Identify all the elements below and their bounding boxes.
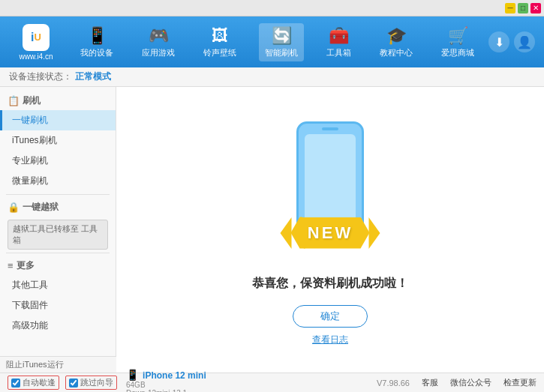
nav-smart-flash-label: 智能刷机 <box>265 47 298 58</box>
sidebar-item-reduce[interactable]: 微量刷机 <box>0 171 116 191</box>
phone-speaker <box>322 127 338 130</box>
tutorial-icon: 🎓 <box>386 26 407 46</box>
bottom-bar: 自动歇逢 跳过向导 📱 iPhone 12 mini 64GB Down-12m… <box>0 373 544 392</box>
nav-tutorial-label: 教程中心 <box>380 47 413 58</box>
mall-icon: 🛒 <box>448 26 468 46</box>
customer-service-link[interactable]: 客服 <box>422 377 438 388</box>
status-value: 正常模式 <box>75 70 111 83</box>
jailbreak-notice-text: 越狱工具已转移至 工具箱 <box>13 223 103 246</box>
pro-label: 专业刷机 <box>12 155 48 166</box>
nav-tutorial[interactable]: 🎓 教程中心 <box>374 23 419 61</box>
lock-icon: 🔒 <box>8 202 20 213</box>
sidebar-item-download-fw[interactable]: 下载固件 <box>0 295 116 316</box>
content-area: NEW ✦ ✦ ✦ 恭喜您，保资料刷机成功啦！ 确定 查看日志 <box>116 87 544 373</box>
section-jailbreak: 🔒 一键越狱 <box>0 198 116 217</box>
header: iU www.i4.cn 📱 我的设备 🎮 应用游戏 🖼 铃声壁纸 🔄 智能刷机… <box>0 16 544 67</box>
divider-2 <box>6 253 110 253</box>
divider-1 <box>6 194 110 195</box>
nav-wallpaper-label: 铃声壁纸 <box>203 47 236 58</box>
flash-section-icon: 📋 <box>8 95 20 106</box>
status-bar: 设备连接状态： 正常模式 <box>0 67 544 87</box>
logo-area[interactable]: iU www.i4.cn <box>6 24 66 61</box>
section-flash: 📋 刷机 <box>0 91 116 110</box>
wallpaper-icon: 🖼 <box>212 26 228 46</box>
nav-apps-games[interactable]: 🎮 应用游戏 <box>136 23 181 61</box>
title-bar: ─ □ ✕ <box>0 0 544 16</box>
auto-close-label: 自动歇逢 <box>23 377 56 388</box>
nav-smart-flash[interactable]: 🔄 智能刷机 <box>259 23 304 61</box>
nav-toolbox-label: 工具箱 <box>326 47 351 58</box>
minimize-button[interactable]: ─ <box>505 3 515 13</box>
section-more-label: 更多 <box>17 259 35 272</box>
maximize-button[interactable]: □ <box>518 3 528 13</box>
apps-icon: 🎮 <box>149 26 169 46</box>
sidebar-item-advanced[interactable]: 高级功能 <box>0 316 116 336</box>
device-phone-icon: 📱 <box>126 369 139 381</box>
confirm-button[interactable]: 确定 <box>293 305 368 328</box>
device-name: iPhone 12 mini <box>143 370 206 381</box>
auto-close-checkbox[interactable]: 自动歇逢 <box>8 376 59 390</box>
section-flash-label: 刷机 <box>23 94 41 107</box>
one-key-label: 一键刷机 <box>12 115 48 125</box>
nav-my-device[interactable]: 📱 我的设备 <box>74 23 119 61</box>
itunes-bar: 阻止iTunes运行 <box>0 356 116 373</box>
bottom-right: V7.98.66 客服 微信公众号 检查更新 <box>377 377 536 388</box>
new-badge-text: NEW <box>308 223 353 243</box>
nav-my-device-label: 我的设备 <box>80 47 113 58</box>
advanced-label: 高级功能 <box>12 320 48 331</box>
jailbreak-notice-box: 越狱工具已转移至 工具箱 <box>8 220 108 250</box>
nav-mall-label: 爱思商城 <box>441 47 474 58</box>
other-tools-label: 其他工具 <box>12 280 48 290</box>
version-text: V7.98.66 <box>377 379 410 388</box>
phone-icon: 📱 <box>87 26 107 46</box>
download-button[interactable]: ⬇ <box>488 31 509 52</box>
logo-url: www.i4.cn <box>19 52 53 61</box>
main-layout: 📋 刷机 一键刷机 iTunes刷机 专业刷机 微量刷机 🔒 一键越狱 越狱工具… <box>0 87 544 373</box>
close-button[interactable]: ✕ <box>530 3 541 13</box>
wechat-link[interactable]: 微信公众号 <box>450 377 491 388</box>
daily-link[interactable]: 查看日志 <box>312 334 348 346</box>
success-illustration: NEW ✦ ✦ ✦ <box>263 114 398 264</box>
header-right: ⬇ 👤 <box>488 31 535 52</box>
device-sub-info: 64GB <box>126 381 206 389</box>
logo-icon: iU <box>23 24 50 51</box>
sidebar-item-itunes[interactable]: iTunes刷机 <box>0 130 116 151</box>
nav-items: 📱 我的设备 🎮 应用游戏 🖼 铃声壁纸 🔄 智能刷机 🧰 工具箱 🎓 教程中心… <box>66 23 488 61</box>
toolbox-icon: 🧰 <box>329 26 349 46</box>
nav-apps-games-label: 应用游戏 <box>142 47 175 58</box>
reduce-label: 微量刷机 <box>12 175 48 186</box>
itunes-label: iTunes刷机 <box>12 135 57 145</box>
sidebar-item-one-key[interactable]: 一键刷机 <box>0 110 116 130</box>
itunes-status-label: 阻止iTunes运行 <box>6 359 64 370</box>
confirm-button-label: 确定 <box>320 310 340 323</box>
nav-wallpaper[interactable]: 🖼 铃声壁纸 <box>197 23 242 61</box>
skip-guide-input[interactable] <box>69 379 78 388</box>
auto-close-input[interactable] <box>11 379 20 388</box>
skip-guide-label: 跳过向导 <box>80 377 113 388</box>
user-button[interactable]: 👤 <box>514 31 535 52</box>
status-label: 设备连接状态： <box>9 70 72 83</box>
success-message: 恭喜您，保资料刷机成功啦！ <box>252 276 408 292</box>
nav-toolbox[interactable]: 🧰 工具箱 <box>320 23 357 61</box>
phone-screen <box>305 134 356 226</box>
sidebar-item-pro[interactable]: 专业刷机 <box>0 151 116 171</box>
sidebar-item-other-tools[interactable]: 其他工具 <box>0 275 116 295</box>
check-update-link[interactable]: 检查更新 <box>503 377 536 388</box>
nav-mall[interactable]: 🛒 爱思商城 <box>435 23 480 61</box>
skip-guide-checkbox[interactable]: 跳过向导 <box>65 376 117 390</box>
device-info: 📱 iPhone 12 mini 64GB Down-12mini-13.1 <box>126 369 206 393</box>
more-section-icon: ≡ <box>8 260 14 271</box>
device-storage: 64GB <box>126 381 146 389</box>
section-more: ≡ 更多 <box>0 256 116 275</box>
sidebar: 📋 刷机 一键刷机 iTunes刷机 专业刷机 微量刷机 🔒 一键越狱 越狱工具… <box>0 87 116 373</box>
download-fw-label: 下载固件 <box>12 300 48 310</box>
section-jailbreak-label: 一键越狱 <box>23 201 59 214</box>
device-version-text: Down-12mini-13.1 <box>126 389 206 393</box>
flash-icon: 🔄 <box>272 26 292 46</box>
